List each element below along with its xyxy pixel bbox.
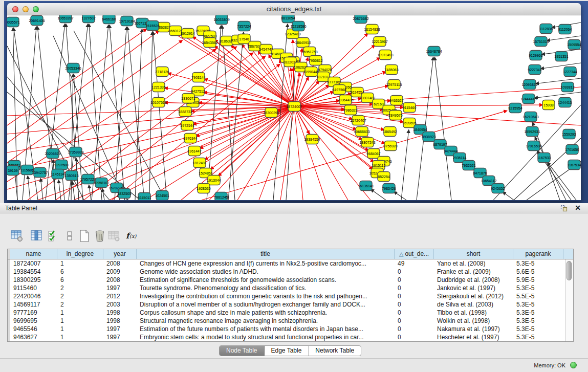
table-cell: Yano et al. (2008) [434,259,513,268]
status-bar: Memory: OK [0,358,588,372]
minimize-window-icon[interactable] [23,6,29,12]
table-row[interactable]: 977716911998Corpus callosum shape and si… [8,309,563,317]
table-cell: 9699695 [10,317,57,325]
table-row[interactable]: 2242004622012Investigating the contribut… [8,292,563,300]
show-columns-icon[interactable] [30,229,43,243]
table-row[interactable]: 969969511998Structural magnetic resonanc… [8,317,563,325]
delete-columns-icon[interactable] [93,229,106,243]
table-cell: 0 [395,284,434,292]
table-row[interactable]: 911546021997Tourette syndrome. Phenomeno… [8,284,563,292]
table-cell: Corpus callosum shape and size in male p… [137,309,395,317]
select-rows-icon[interactable] [47,229,60,243]
table-cell: 0 [395,292,434,300]
table-cell: 0 [395,276,434,284]
graph-node-label: 10973493 [377,53,393,57]
table-cell: 5.3E-5 [513,325,563,333]
graph-node-label: 1093812 [560,85,574,89]
table-cell: 19384554 [10,268,57,276]
graph-node-label: 7955812 [309,59,322,62]
svg-text:(x): (x) [129,233,137,239]
tab-network-table[interactable]: Network Table [309,346,361,356]
table-cell: 0 [395,300,434,309]
graph-node-label: 17016504 [526,144,541,148]
table-panel-title: Table Panel [5,205,37,212]
row-height-icon[interactable] [63,229,76,243]
network-canvas[interactable]: 1872400778638228660126891291415226058982… [7,15,581,200]
table-cell: 9465546 [10,325,57,333]
column-header-short[interactable]: short [434,249,513,259]
graph-node-label: 13942757 [32,171,48,174]
memory-ok-led-icon[interactable] [570,362,577,368]
node-table: namein_degreeyeartitle△ out_de...shortpa… [7,249,574,342]
table-cell: 1 [57,309,103,317]
table-cell: Investigating the contribution of common… [137,292,395,300]
graph-node-label: 9227341 [528,68,541,72]
graph-node-label: 8471876 [473,171,487,175]
graph-node-label: 18724007 [286,105,302,108]
graph-node-label: 15218586 [290,25,306,28]
graph-node-label: 7881245 [214,195,228,199]
table-cell: Franke et al. (2009) [434,268,513,276]
tab-node-table[interactable]: Node Table [220,346,265,356]
graph-node-label: 18300295 [263,111,279,115]
graph-node-label: 12444415 [520,97,536,101]
table-row[interactable]: 1872400712008Changes of HCN gene express… [8,259,563,268]
table-settings-icon[interactable] [10,229,24,243]
table-cell: 2 [57,284,103,292]
graph-node-label: 1951351 [554,55,568,58]
graph-edge [294,106,348,200]
graph-node-label: 20876682 [353,17,368,20]
table-cell: Nakamura et al. (1997) [434,325,513,333]
column-header-title[interactable]: title [137,249,395,259]
graph-node-label: 7903144 [191,76,205,79]
graph-edge [209,106,294,200]
graph-node-label: 20364436 [337,98,353,102]
table-scrollbar-thumb[interactable] [567,261,572,280]
column-header-in_degree[interactable]: in_degree [57,249,103,259]
graph-node-label: 1832505 [117,192,131,195]
graph-node-label: 1524861 [199,171,212,175]
float-panel-icon[interactable] [560,205,568,212]
table-cell: 22420046 [10,292,57,300]
column-header-out_de[interactable]: △ out_de... [395,249,434,259]
create-column-icon[interactable] [78,229,91,243]
graph-node-label: 10958107 [93,181,109,185]
table-cell: 6 [57,268,103,276]
graph-node-label: 12213967 [372,40,387,43]
table-body: 1872400712008Changes of HCN gene express… [8,259,563,341]
function-builder-icon[interactable]: f (x) [125,229,138,243]
table-row[interactable]: 1456911722003Disruption of a novel membe… [8,300,563,309]
table-panel-header: Table Panel ✕ [0,203,588,213]
graph-node-label: 16033809 [213,18,229,21]
table-row[interactable]: 946362711997Embryonic stem cells: a mode… [8,333,563,341]
graph-node-label: 6466160 [102,17,116,21]
column-header-pagerank[interactable]: pagerank [513,249,563,259]
graph-node-label: 1024501 [155,194,169,198]
close-panel-icon[interactable]: ✕ [575,204,581,212]
graph-node-label: 10719184 [119,19,135,23]
table-row[interactable]: 1938455462009Genome-wide association stu… [8,268,563,276]
graph-node-label: 1928535 [197,187,210,190]
column-header-name[interactable]: name [10,249,57,259]
table-cell: 1997 [103,284,137,292]
table-cell: 2 [57,292,103,300]
network-window-titlebar[interactable]: citations_edges.txt [7,3,581,15]
tab-edge-table[interactable]: Edge Table [265,346,309,356]
column-header-year[interactable]: year [103,249,137,259]
table-row[interactable]: 946554611997Estimation of the future num… [8,325,563,333]
zoom-window-icon[interactable] [33,6,39,12]
table-cell: Wolkin et al. (1998) [434,317,513,325]
graph-node-label: 1327602 [81,16,95,20]
table-cell: 5.6E-5 [513,268,563,276]
table-row[interactable]: 1830029562008Estimation of significance … [8,276,563,284]
graph-node-label: 9112064 [558,28,572,31]
network-window-title: citations_edges.txt [7,3,581,15]
table-scrollbar[interactable] [565,259,573,341]
table-cell: Estimation of significance thresholds fo… [137,276,395,284]
graph-node-label: 1145194 [51,172,65,176]
close-window-icon[interactable] [12,6,18,12]
graph-node-label: 18807243 [359,141,375,144]
graph-node-label: 7357224 [237,25,251,28]
graph-node-label: 9699695 [402,121,416,125]
graph-node-label: 12093872 [521,83,537,86]
